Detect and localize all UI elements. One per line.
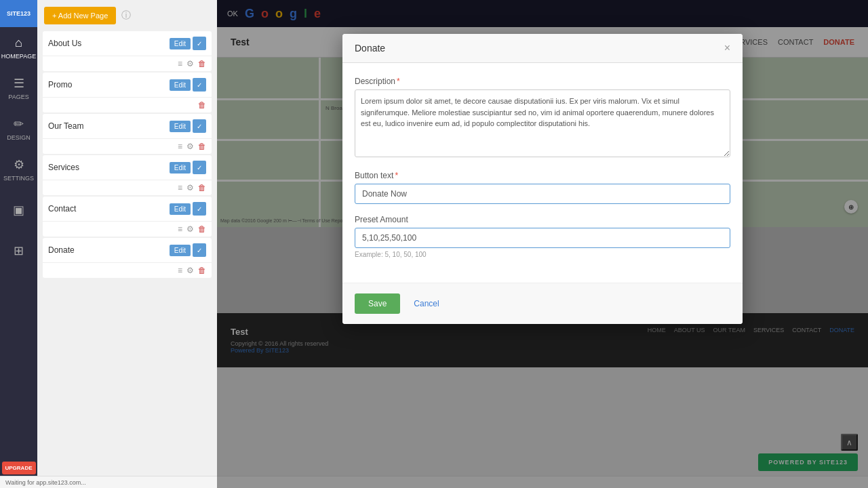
page-item-services-actions: Edit ✓ (170, 161, 206, 174)
page-item-promo-actions: Edit ✓ (170, 78, 206, 92)
modal-body: Description* Lorem ipsum dolor sit amet,… (342, 63, 743, 283)
sidebar-item-settings-label: SETTINGS (3, 175, 34, 182)
page-item-about-us-footer: ≡ ⚙ 🗑 (43, 56, 212, 71)
design-icon: ✏ (14, 117, 24, 131)
page-item-promo: Promo Edit ✓ 🗑 (43, 73, 212, 113)
sidebar-item-app[interactable]: ▣ (0, 190, 37, 230)
our-team-edit-button[interactable]: Edit (170, 121, 191, 132)
pages-icon: ☰ (14, 76, 24, 91)
page-item-our-team-actions: Edit ✓ (170, 119, 206, 133)
status-text: Waiting for app.site123.com... (5, 479, 86, 486)
cancel-button[interactable]: Cancel (407, 293, 446, 314)
modal-title: Donate (355, 43, 385, 54)
sidebar-item-homepage-label: HOMEPAGE (1, 53, 36, 60)
modal-overlay: Donate × Description* Lorem ipsum dolor … (217, 0, 868, 488)
our-team-trash-icon[interactable]: 🗑 (198, 142, 206, 151)
page-item-donate-actions: Edit ✓ (170, 243, 206, 257)
description-form-group: Description* Lorem ipsum dolor sit amet,… (355, 77, 730, 160)
modal-close-button[interactable]: × (724, 42, 730, 54)
preset-amount-form-group: Preset Amount Example: 5, 10, 50, 100 (355, 215, 730, 258)
about-us-check-button[interactable]: ✓ (193, 37, 206, 50)
page-item-contact-header: Contact Edit ✓ (43, 197, 212, 221)
modal-footer: Save Cancel (342, 283, 743, 324)
page-item-contact-footer: ≡ ⚙ 🗑 (43, 221, 212, 237)
page-item-about-us-name: About Us (48, 39, 170, 48)
page-item-services: Services Edit ✓ ≡ ⚙ 🗑 (43, 155, 212, 195)
sidebar-item-plugin[interactable]: ⊞ (0, 230, 37, 271)
page-item-contact: Contact Edit ✓ ≡ ⚙ 🗑 (43, 197, 212, 237)
donate-trash-icon[interactable]: 🗑 (198, 266, 206, 275)
sidebar-item-settings[interactable]: ⚙ SETTINGS (0, 149, 37, 190)
sidebar-logo[interactable]: SITE123 (0, 0, 37, 27)
donate-settings-icon[interactable]: ⚙ (186, 266, 194, 275)
our-team-settings-icon[interactable]: ⚙ (186, 142, 194, 151)
preset-amount-label: Preset Amount (355, 215, 730, 224)
button-text-input[interactable] (355, 184, 730, 204)
contact-trash-icon[interactable]: 🗑 (198, 224, 206, 234)
services-check-button[interactable]: ✓ (193, 161, 206, 174)
contact-menu-icon[interactable]: ≡ (178, 224, 182, 234)
page-item-promo-name: Promo (48, 80, 170, 89)
contact-edit-button[interactable]: Edit (170, 203, 191, 215)
required-star-btn: * (395, 171, 398, 180)
about-us-edit-button[interactable]: Edit (170, 38, 191, 49)
page-item-our-team-name: Our Team (48, 121, 170, 131)
settings-icon: ⚙ (14, 157, 24, 172)
page-item-services-footer: ≡ ⚙ 🗑 (43, 180, 212, 195)
description-label: Description* (355, 77, 730, 86)
sidebar: SITE123 ⌂ HOMEPAGE ☰ PAGES ✏ DESIGN ⚙ SE… (0, 0, 37, 488)
page-item-about-us-actions: Edit ✓ (170, 37, 206, 50)
services-menu-icon[interactable]: ≡ (178, 183, 182, 192)
about-us-menu-icon[interactable]: ≡ (178, 59, 182, 68)
page-item-services-header: Services Edit ✓ (43, 155, 212, 180)
page-item-contact-name: Contact (48, 204, 170, 214)
page-item-promo-header: Promo Edit ✓ (43, 73, 212, 97)
page-item-about-us-header: About Us Edit ✓ (43, 31, 212, 56)
promo-edit-button[interactable]: Edit (170, 79, 191, 91)
donate-edit-button[interactable]: Edit (170, 245, 191, 256)
add-page-button[interactable]: + Add New Page (44, 7, 116, 24)
contact-check-button[interactable]: ✓ (193, 202, 206, 216)
description-textarea[interactable]: Lorem ipsum dolor sit amet, te decore ca… (355, 89, 730, 157)
page-item-donate: Donate Edit ✓ ≡ ⚙ 🗑 (43, 238, 212, 278)
page-item-donate-footer: ≡ ⚙ 🗑 (43, 262, 212, 278)
button-text-form-group: Button text* (355, 171, 730, 204)
page-item-our-team-header: Our Team Edit ✓ (43, 114, 212, 138)
page-item-services-name: Services (48, 163, 170, 172)
page-item-about-us: About Us Edit ✓ ≡ ⚙ 🗑 (43, 31, 212, 71)
preset-amount-input[interactable] (355, 228, 730, 248)
promo-trash-icon[interactable]: 🗑 (198, 100, 206, 110)
donate-check-button[interactable]: ✓ (193, 243, 206, 257)
sidebar-item-homepage[interactable]: ⌂ HOMEPAGE (0, 27, 37, 68)
pages-panel-header: + Add New Page ⓘ (37, 0, 217, 31)
page-item-promo-footer: 🗑 (43, 97, 212, 113)
modal-header: Donate × (342, 34, 743, 63)
info-icon[interactable]: ⓘ (121, 9, 131, 22)
sidebar-item-pages-label: PAGES (8, 94, 28, 100)
promo-check-button[interactable]: ✓ (193, 78, 206, 92)
about-us-settings-icon[interactable]: ⚙ (186, 59, 194, 68)
donate-menu-icon[interactable]: ≡ (178, 266, 182, 275)
page-item-donate-name: Donate (48, 245, 170, 255)
home-icon: ⌂ (15, 36, 22, 50)
services-settings-icon[interactable]: ⚙ (186, 183, 194, 192)
page-item-contact-actions: Edit ✓ (170, 202, 206, 216)
sidebar-item-pages[interactable]: ☰ PAGES (0, 68, 37, 108)
services-edit-button[interactable]: Edit (170, 162, 191, 174)
page-item-donate-header: Donate Edit ✓ (43, 238, 212, 262)
save-button[interactable]: Save (355, 293, 400, 314)
preset-amount-hint: Example: 5, 10, 50, 100 (355, 251, 730, 258)
contact-settings-icon[interactable]: ⚙ (186, 224, 194, 234)
plugin-icon: ⊞ (14, 243, 24, 258)
sidebar-item-design-label: DESIGN (7, 134, 31, 141)
sidebar-item-design[interactable]: ✏ DESIGN (0, 108, 37, 149)
button-text-label: Button text* (355, 171, 730, 180)
app-icon: ▣ (13, 203, 24, 218)
upgrade-button[interactable]: UPGRADE (2, 462, 36, 474)
services-trash-icon[interactable]: 🗑 (198, 183, 206, 192)
donate-modal: Donate × Description* Lorem ipsum dolor … (342, 34, 743, 324)
about-us-trash-icon[interactable]: 🗑 (198, 59, 206, 68)
our-team-menu-icon[interactable]: ≡ (178, 142, 182, 151)
page-item-our-team: Our Team Edit ✓ ≡ ⚙ 🗑 (43, 114, 212, 154)
our-team-check-button[interactable]: ✓ (193, 119, 206, 133)
